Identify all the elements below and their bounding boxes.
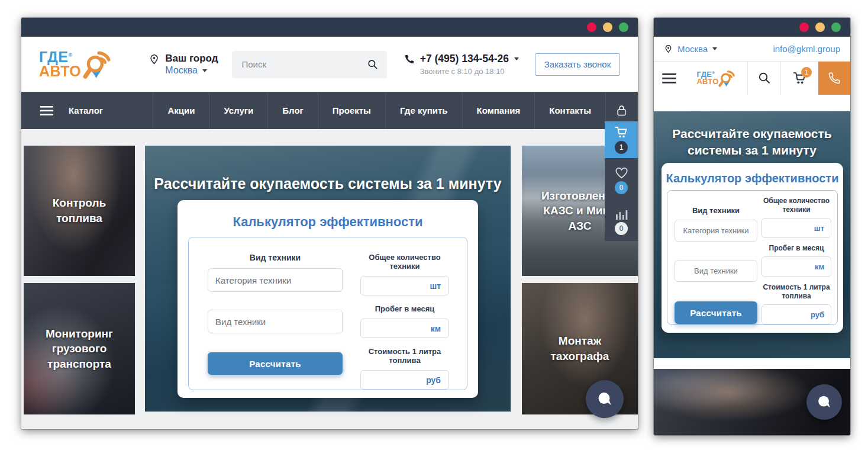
tile-label: Мониторинг грузового транспорта (34, 326, 124, 372)
mobile-hero-banner: Рассчитайте окупаемость системы за 1 мин… (654, 111, 850, 358)
tile-label: Монтаж тахографа (535, 333, 625, 364)
window-close-button[interactable] (799, 22, 809, 32)
quantity-unit: шт (814, 224, 824, 233)
chat-widget-button[interactable] (586, 380, 624, 418)
nav-item-where-to-buy[interactable]: Где купить (386, 92, 463, 129)
search-icon[interactable] (367, 59, 379, 70)
hamburger-icon (40, 106, 53, 115)
hero-title: Рассчитайте окупаемость системы за 1 мин… (654, 111, 850, 159)
mileage-unit: км (431, 324, 441, 333)
nav-item-contacts[interactable]: Контакты (535, 92, 606, 129)
vehicle-category-input[interactable] (208, 268, 343, 292)
logo-magnifier-pin-icon (78, 46, 112, 83)
fuel-price-label: Стоимость 1 литра топлива (761, 283, 831, 301)
cart-count-badge: 1 (615, 141, 628, 154)
nav-item-projects[interactable]: Проекты (318, 92, 386, 129)
phone-number[interactable]: +7 (495) 134-54-26 (404, 53, 519, 65)
quantity-label: Общее количество техники (360, 253, 449, 271)
location-pin-icon (664, 43, 673, 54)
fuel-price-field: руб (761, 304, 831, 324)
vehicle-type-label: Вид техники (675, 206, 757, 215)
page-content: Контроль топлива Мониторинг грузового тр… (21, 129, 638, 429)
mileage-field: км (360, 319, 449, 338)
cart-icon (614, 126, 629, 139)
nav-item-services[interactable]: Услуги (209, 92, 268, 129)
logo-reg-mark: ® (69, 52, 73, 58)
location-pin-icon (149, 52, 160, 66)
mobile-site-logo[interactable]: ГДЕ® АВТО (685, 62, 747, 95)
category-tile-fuel-control[interactable]: Контроль топлива (24, 146, 135, 276)
spacer (654, 358, 850, 369)
quantity-unit: шт (430, 281, 441, 291)
mobile-cart-button[interactable]: 1 (780, 62, 818, 95)
hero-banner: Рассчитайте окупаемость системы за 1 мин… (145, 146, 511, 412)
nav-item-catalog[interactable]: Каталог (21, 92, 153, 129)
mileage-label: Пробег в месяц (360, 304, 449, 313)
quantity-field: шт (761, 218, 831, 238)
chevron-down-icon (514, 57, 519, 60)
mobile-topbar: Москва info@gkml.group (654, 37, 850, 62)
mobile-search-button[interactable] (747, 62, 780, 95)
chat-bubble-icon (815, 393, 833, 411)
chat-widget-button[interactable] (806, 384, 842, 420)
calculator-card: Калькулятор эффективности Вид техники Ра… (178, 200, 478, 398)
site-logo[interactable]: ГДЕ® АВТО (39, 46, 112, 83)
mobile-call-button[interactable] (818, 62, 850, 95)
tile-label: Контроль топлива (34, 195, 124, 226)
window-zoom-button[interactable] (619, 22, 628, 32)
city-selector[interactable]: Ваш город Москва (149, 52, 218, 76)
calculator-title: Калькулятор эффективности (178, 214, 478, 230)
window-titlebar (654, 18, 850, 37)
hero-title: Рассчитайте окупаемость системы за 1 мин… (145, 175, 511, 192)
desktop-browser-window: ГДЕ® АВТО Ваш город Моск (21, 18, 638, 429)
phone-icon (828, 72, 841, 85)
quantity-label: Общее количество техники (761, 197, 831, 214)
spacer (654, 95, 850, 111)
mobile-browser-window: Москва info@gkml.group ГДЕ® АВТО (654, 18, 850, 435)
category-tile-cargo-monitoring[interactable]: Мониторинг грузового транспорта (24, 283, 135, 414)
window-zoom-button[interactable] (831, 22, 841, 32)
favorites-widget[interactable]: 0 (605, 158, 638, 200)
calculator-form: Вид техники Рассчитать Общее количество … (188, 237, 467, 390)
logo-text-bottom: АВТО (39, 65, 81, 79)
mobile-calculator-card: Калькулятор эффективности Вид техники Ра… (662, 163, 843, 333)
nav-item-company[interactable]: Компания (463, 92, 535, 129)
screenshot-stage: ГДЕ® АВТО Ваш город Моск (0, 0, 868, 450)
city-value: Москва (165, 65, 198, 76)
mobile-menu-button[interactable] (654, 62, 685, 95)
vehicle-category-input[interactable] (675, 220, 757, 242)
bar-chart-icon (614, 208, 628, 220)
calculator-title: Калькулятор эффективности (662, 172, 843, 185)
phone-block: +7 (495) 134-54-26 Звоните с 8:10 до 18:… (404, 53, 519, 76)
fuel-price-label: Стоимость 1 литра топлива (360, 347, 449, 365)
search-box (232, 51, 387, 78)
request-call-button[interactable]: Заказать звонок (535, 53, 620, 76)
chevron-down-icon (202, 69, 207, 72)
calculator-form: Вид техники Рассчитать Общее количество … (667, 190, 838, 325)
nav-item-promos[interactable]: Акции (153, 92, 209, 129)
vehicle-kind-input[interactable] (675, 260, 757, 282)
favorites-count-badge: 0 (615, 181, 628, 194)
calculate-button[interactable]: Рассчитать (675, 301, 757, 324)
chat-bubble-icon (595, 390, 614, 409)
window-titlebar (21, 18, 638, 37)
window-minimize-button[interactable] (603, 22, 612, 32)
compare-widget[interactable]: 0 (605, 200, 638, 241)
mileage-field: км (761, 256, 831, 277)
search-input[interactable] (240, 59, 367, 70)
cart-widget[interactable]: 1 (605, 121, 638, 158)
nav-item-blog[interactable]: Блог (268, 92, 318, 129)
heart-icon (614, 166, 629, 179)
main-nav: Каталог Акции Услуги Блог Проекты Где ку… (21, 92, 638, 129)
window-minimize-button[interactable] (815, 22, 825, 32)
chevron-down-icon (712, 47, 717, 50)
mobile-cart-count-badge: 1 (801, 67, 812, 78)
vehicle-kind-input[interactable] (208, 310, 343, 333)
window-close-button[interactable] (587, 22, 596, 32)
search-icon (757, 71, 772, 85)
mileage-label: Пробег в месяц (761, 244, 831, 253)
calculate-button[interactable]: Рассчитать (208, 352, 343, 375)
email-link[interactable]: info@gkml.group (773, 44, 840, 54)
mobile-city-selector[interactable]: Москва (664, 43, 717, 54)
hamburger-icon (662, 73, 676, 83)
